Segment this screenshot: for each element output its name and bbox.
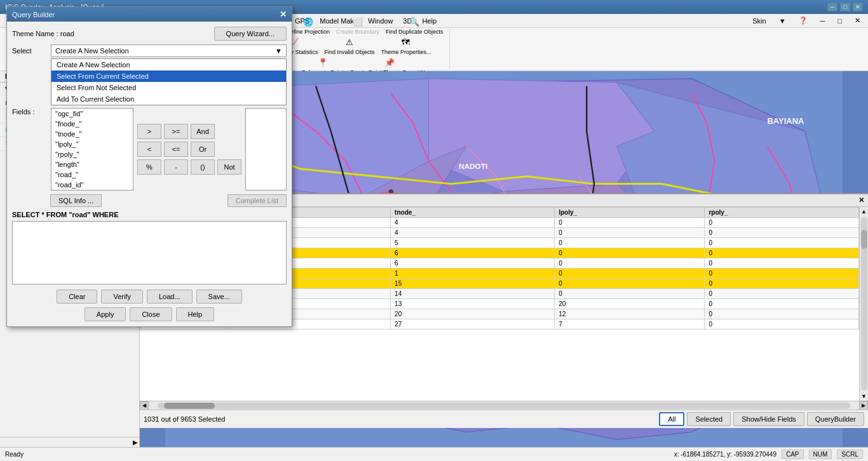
- attr-table-footer-buttons: All Selected Show/Hide Fields QueryBuild…: [659, 412, 864, 426]
- hscroll-left-arrow[interactable]: ◀: [140, 401, 149, 410]
- attr-table-footer: 1031 out of 9653 Selected All Selected S…: [140, 410, 868, 428]
- cell-lpoly: 0: [555, 218, 705, 228]
- op-gte[interactable]: >=: [164, 124, 188, 139]
- vscroll-down-arrow[interactable]: ▼: [860, 392, 868, 401]
- complete-list-btn[interactable]: Complete List: [227, 194, 287, 207]
- clear-btn[interactable]: Clear: [57, 290, 97, 304]
- fields-list-item[interactable]: "road_": [51, 170, 133, 180]
- op-or[interactable]: Or: [191, 142, 215, 157]
- table-hscrollbar[interactable]: ◀ ▶: [140, 401, 868, 410]
- qb-fields-list[interactable]: "ogc_fid""fnode_""tnode_""lpoly_""rpoly_…: [51, 108, 133, 190]
- op-gt[interactable]: >: [137, 124, 161, 139]
- toolbar-min-btn[interactable]: ─: [815, 16, 831, 26]
- hscroll-right-arrow[interactable]: ▶: [859, 401, 868, 410]
- col-header-lpoly[interactable]: lpoly_: [555, 208, 705, 218]
- qb-option-create-new[interactable]: Create A New Selection: [51, 59, 286, 70]
- cell-tnode: 14: [391, 289, 555, 299]
- sidebar-collapse-arrow[interactable]: ▶: [133, 439, 138, 446]
- qb-sqlinfo-row: SQL Info ... Complete List: [50, 194, 287, 207]
- verify-btn[interactable]: Verify: [101, 290, 143, 304]
- hscroll-track[interactable]: [158, 403, 850, 409]
- find-duplicate-btn[interactable]: 🔍 Find Duplicate Objects: [384, 15, 445, 36]
- skin-dropdown[interactable]: ▼: [774, 16, 791, 26]
- fields-list-item[interactable]: "fnode_": [51, 119, 133, 129]
- op-and[interactable]: And: [191, 124, 215, 139]
- cap-indicator: CAP: [782, 450, 804, 459]
- qb-values-list[interactable]: [245, 108, 287, 190]
- attr-table-close-btn[interactable]: ✕: [858, 196, 864, 204]
- op-percent[interactable]: %: [137, 159, 161, 175]
- maximize-btn[interactable]: □: [840, 3, 850, 11]
- find-duplicate-icon: 🔍: [408, 16, 421, 29]
- toolbar-restore-btn[interactable]: □: [832, 16, 847, 26]
- cell-tnode: 27: [391, 319, 555, 330]
- qb-title: Query Builder: [12, 11, 55, 18]
- window-controls[interactable]: ─ □ ✕: [827, 3, 863, 11]
- cell-lpoly: 0: [555, 289, 705, 299]
- cell-lpoly: 7: [555, 319, 705, 330]
- col-header-tnode[interactable]: tnode_: [391, 208, 555, 218]
- vscroll-up-arrow[interactable]: ▲: [860, 207, 868, 216]
- close-window-btn[interactable]: ✕: [853, 3, 863, 11]
- fields-list-item[interactable]: "rd_code": [51, 190, 133, 190]
- hscroll-thumb[interactable]: [164, 403, 215, 409]
- cell-rpoly: 0: [705, 248, 859, 258]
- fields-list-item[interactable]: "road_id": [51, 180, 133, 190]
- qb-operators: > >= And < <= Or % - () Not: [137, 108, 241, 190]
- op-lte[interactable]: <=: [164, 142, 188, 157]
- qb-op-row2: < <= Or: [137, 142, 241, 157]
- qb-op-row3: % - () Not: [137, 159, 241, 175]
- fields-list-item[interactable]: "lpoly_": [51, 139, 133, 149]
- selected-btn[interactable]: Selected: [687, 412, 731, 426]
- cell-rpoly: 0: [705, 309, 859, 319]
- fields-list-item[interactable]: "rpoly_": [51, 149, 133, 159]
- vscroll-thumb[interactable]: [861, 230, 867, 249]
- qb-option-add-to-current[interactable]: Add To Current Selection: [51, 93, 286, 105]
- create-boundary-icon: ⬜: [351, 16, 364, 29]
- show-hide-fields-btn[interactable]: Show/Hide Fields: [733, 412, 804, 426]
- create-boundary-btn[interactable]: ⬜ Create Boundary: [334, 15, 381, 36]
- op-minus[interactable]: -: [164, 159, 188, 175]
- find-invalid-icon: ⚠: [343, 36, 356, 49]
- help-icon[interactable]: ❓: [794, 15, 813, 26]
- qb-select-display[interactable]: Create A New Selection ▼: [51, 44, 287, 57]
- querybuilder-footer-btn[interactable]: QueryBuilder: [807, 412, 864, 426]
- define-projection-icon: 🌐: [302, 16, 315, 29]
- qb-sql-input[interactable]: [12, 221, 287, 284]
- fields-list-item[interactable]: "ogc_fid": [51, 109, 133, 119]
- op-not[interactable]: Not: [217, 159, 241, 175]
- qb-close-btn[interactable]: ✕: [280, 10, 287, 19]
- col-header-rpoly[interactable]: rpoly_: [705, 208, 859, 218]
- save-btn[interactable]: Save...: [196, 290, 242, 304]
- qb-titlebar[interactable]: Query Builder ✕: [7, 7, 292, 22]
- apply-btn[interactable]: Apply: [85, 307, 126, 321]
- qb-fields-row: Fields : "ogc_fid""fnode_""tnode_""lpoly…: [12, 108, 287, 190]
- qb-option-from-current[interactable]: Select From Current Selected: [51, 70, 286, 82]
- qb-theme-row: Theme Name : road Query Wizard...: [12, 27, 287, 41]
- help-btn[interactable]: Help: [176, 307, 215, 321]
- query-builder-dialog: Query Builder ✕ Theme Name : road Query …: [6, 6, 292, 327]
- qb-action-buttons: Clear Verify Load... Save...: [12, 290, 287, 304]
- qb-select-wrapper: Create A New Selection ▼ Create A New Se…: [51, 44, 287, 57]
- all-btn[interactable]: All: [659, 412, 684, 426]
- query-wizard-btn[interactable]: Query Wizard...: [214, 27, 287, 41]
- op-lt[interactable]: <: [137, 142, 161, 157]
- op-parens[interactable]: (): [191, 159, 215, 175]
- qb-select-row: Select Create A New Selection ▼ Create A…: [12, 44, 287, 57]
- find-invalid-btn[interactable]: ⚠ Find Invalid Objects: [322, 36, 376, 56]
- load-btn[interactable]: Load...: [147, 290, 193, 304]
- sql-info-btn[interactable]: SQL Info ...: [50, 194, 102, 207]
- theme-properties-btn[interactable]: 🗺 Theme Properties...: [379, 36, 433, 56]
- fields-list-item[interactable]: "tnode_": [51, 129, 133, 139]
- cell-lpoly: 0: [555, 258, 705, 269]
- vscroll-track[interactable]: [861, 217, 867, 391]
- cell-lpoly: 0: [555, 238, 705, 248]
- qb-option-from-not-selected[interactable]: Select From Not Selected: [51, 82, 286, 93]
- toolbar-close-btn[interactable]: ✕: [850, 15, 865, 26]
- skin-label: Skin: [747, 16, 771, 26]
- vscrollbar[interactable]: ▲ ▼: [859, 207, 868, 401]
- minimize-btn[interactable]: ─: [827, 3, 837, 11]
- cell-tnode: 13: [391, 299, 555, 309]
- fields-list-item[interactable]: "length": [51, 159, 133, 170]
- close-dialog-btn[interactable]: Close: [130, 307, 172, 321]
